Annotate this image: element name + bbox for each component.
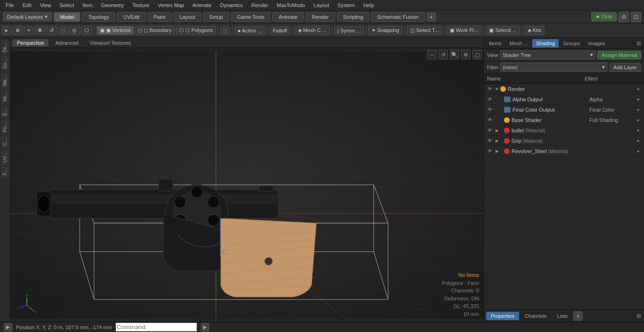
menu-dynamics[interactable]: Dynamics: [216, 1, 247, 9]
kits-button[interactable]: ◈ Kits: [524, 26, 545, 35]
vertices-button[interactable]: ▣ ▣ Vertices: [97, 26, 134, 35]
viewport-nav-icon[interactable]: ↔: [427, 50, 437, 59]
tool-hex-btn[interactable]: ⬡: [81, 26, 92, 35]
expand-render[interactable]: ▼: [495, 87, 499, 91]
layout-tab-uvedit[interactable]: UVEdit: [117, 12, 145, 22]
menu-view[interactable]: View: [36, 1, 55, 9]
layout-tab-layout[interactable]: Layout: [173, 12, 201, 22]
mesh-constraints-button[interactable]: ◈ Mesh C ...: [295, 26, 330, 35]
shader-row-final-color[interactable]: 👁 Final Color Output Final Color ▸: [484, 105, 644, 115]
grip-chevron[interactable]: ▸: [637, 138, 642, 143]
shader-row-grip[interactable]: 👁 ▶ Grip (Material) ▸: [484, 136, 644, 146]
vp-tab-advanced[interactable]: Advanced: [50, 39, 83, 47]
viewport-zoom-icon[interactable]: 🔍: [450, 50, 459, 59]
eye-icon-base-shader[interactable]: 👁: [486, 116, 494, 124]
bottom-tab-lists[interactable]: Lists: [553, 312, 573, 320]
panel-tab-images[interactable]: Images: [584, 39, 609, 48]
selection-button[interactable]: ▣ Selecti ...: [486, 26, 520, 35]
layout-tab-paint[interactable]: Paint: [148, 12, 172, 22]
layouts-dropdown[interactable]: Default Layouts ▾: [3, 12, 52, 21]
shader-row-alpha-output[interactable]: 👁 Alpha Output Alpha ▸: [484, 94, 644, 105]
layout-tab-gametools[interactable]: Game Tools: [231, 12, 271, 22]
assign-material-button[interactable]: Assign Material: [597, 51, 641, 59]
layout-settings-icon[interactable]: ⚙: [619, 12, 629, 22]
panel-tab-groups[interactable]: Groups: [559, 39, 584, 48]
panel-tab-items[interactable]: Items: [485, 39, 505, 48]
falloff-button[interactable]: Falloff: [270, 26, 290, 35]
layout-tab-topology[interactable]: Topology: [82, 12, 115, 22]
tool-target-btn[interactable]: ◎: [69, 26, 80, 35]
polygons-button[interactable]: ⬡ ⬡ Polygons: [176, 26, 216, 35]
sidebar-tab-ve[interactable]: Ve...: [1, 89, 9, 105]
add-bottom-tab-button[interactable]: +: [573, 311, 583, 321]
viewport-expand-icon[interactable]: ▢: [472, 50, 482, 59]
base-shader-chevron[interactable]: ▸: [637, 117, 642, 122]
alpha-chevron[interactable]: ▸: [637, 97, 642, 102]
bottom-tab-channels[interactable]: Channels: [520, 312, 551, 320]
sidebar-tab-uv[interactable]: UV...: [1, 150, 9, 165]
expand-bullet[interactable]: ▶: [495, 128, 499, 133]
sidebar-tab-e[interactable]: E...: [1, 106, 9, 119]
select-tool-button[interactable]: ◫ Select T...: [407, 26, 442, 35]
viewport-rotate-icon[interactable]: ↺: [438, 50, 448, 59]
add-layer-button[interactable]: Add Layer: [609, 63, 641, 72]
shader-row-revolver-steel[interactable]: 👁 ▶ Revolver_Steel (Material) ▸: [484, 146, 644, 156]
layout-tab-setup[interactable]: Setup: [203, 12, 229, 22]
filter-dropdown[interactable]: (none) ▾: [500, 63, 607, 72]
sidebar-tab-me[interactable]: Me...: [1, 73, 9, 89]
panel-tab-shading[interactable]: Shading: [532, 39, 559, 48]
sidebar-tab-f[interactable]: F...: [1, 166, 9, 178]
tool-rotate-btn[interactable]: ↺: [46, 26, 57, 35]
panel-tab-mesh[interactable]: Mesh ...: [506, 39, 532, 48]
menu-edit[interactable]: Edit: [19, 1, 35, 9]
shader-tree-dropdown[interactable]: Shader Tree ▾: [500, 50, 595, 59]
eye-icon-alpha[interactable]: 👁: [486, 96, 494, 103]
shader-row-bullet[interactable]: 👁 ▶ bullet (Material) ▸: [484, 125, 644, 136]
viewport-settings-icon[interactable]: ⚙: [461, 50, 471, 59]
menu-animate[interactable]: Animate: [189, 1, 215, 9]
layout-tab-render[interactable]: Render: [305, 12, 335, 22]
tool-square-btn[interactable]: □: [58, 26, 68, 35]
expand-grip[interactable]: ▶: [495, 138, 499, 143]
vp-tab-textures[interactable]: Viewport Textures: [85, 39, 135, 47]
shader-tree-list[interactable]: 👁 ▼ Render ▸ 👁 Alpha Output Alpha ▸ 👁: [484, 84, 644, 309]
menu-render[interactable]: Render: [248, 1, 272, 9]
symmetry-button[interactable]: | Symm ...: [334, 26, 364, 35]
bottom-panel-expand-icon[interactable]: ⊞: [636, 312, 642, 320]
eye-icon-final-color[interactable]: 👁: [486, 106, 494, 113]
sidebar-tab-de[interactable]: De...: [1, 40, 9, 55]
command-input[interactable]: [116, 323, 197, 332]
vp-tab-perspective[interactable]: Perspective: [12, 39, 49, 47]
tool-mode-btn[interactable]: ▸: [2, 26, 11, 35]
tool-crosshair-btn[interactable]: ⌖: [24, 26, 33, 35]
star-only-button[interactable]: ★ Only: [591, 12, 617, 21]
menu-file[interactable]: File: [2, 1, 18, 9]
menu-select[interactable]: Select: [56, 1, 78, 9]
revolver-steel-chevron[interactable]: ▸: [637, 148, 642, 154]
shader-row-base-shader[interactable]: 👁 Base Shader Full Shading ▸: [484, 115, 644, 125]
layout-expand-icon[interactable]: ⊡: [631, 12, 641, 22]
bottom-tab-properties[interactable]: Properties: [486, 312, 519, 320]
snapping-button[interactable]: ✦ Snapping: [368, 26, 403, 35]
menu-vertex-map[interactable]: Vertex Map: [154, 1, 188, 9]
menu-help[interactable]: Help: [360, 1, 378, 9]
final-color-chevron[interactable]: ▸: [637, 107, 642, 112]
eye-icon-grip[interactable]: 👁: [486, 137, 494, 145]
sidebar-tab-du[interactable]: Du...: [1, 56, 9, 72]
tool-move-btn[interactable]: ✥: [34, 26, 45, 35]
layout-tab-model[interactable]: Model: [54, 12, 80, 22]
command-run-button[interactable]: ▶: [201, 323, 209, 332]
eye-icon-bullet[interactable]: 👁: [486, 127, 494, 134]
menu-system[interactable]: System: [334, 1, 359, 9]
boundary-button[interactable]: ◻ ◻ Boundary: [135, 26, 175, 35]
sidebar-tab-c[interactable]: C...: [1, 136, 9, 149]
menu-layout[interactable]: Layout: [310, 1, 333, 9]
layout-tab-animate[interactable]: Animate: [272, 12, 304, 22]
layout-tab-schematic[interactable]: Schematic Fusion: [371, 12, 424, 22]
menu-texture[interactable]: Texture: [129, 1, 153, 9]
action-button[interactable]: ● Action ...: [234, 26, 265, 35]
eye-icon-render[interactable]: 👁: [486, 85, 494, 93]
layout-tab-scripting[interactable]: Scripting: [337, 12, 370, 22]
tool-circle-btn[interactable]: ⊕: [12, 26, 23, 35]
viewport-canvas[interactable]: ↔ ↺ 🔍 ⚙ ▢ No Items Polygons : Face Chann…: [10, 48, 484, 322]
